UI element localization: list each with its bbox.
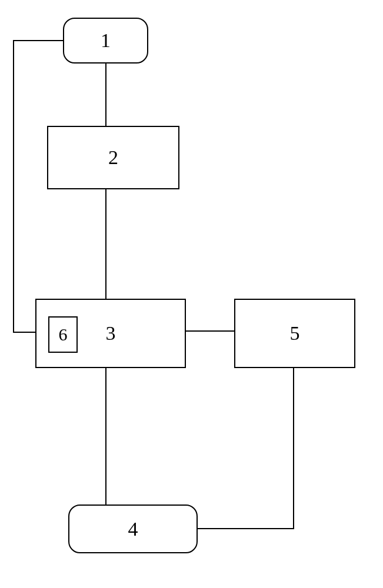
block-1: 1	[63, 18, 148, 64]
connector-1-3-h2	[13, 332, 35, 333]
connector-1-3-h1	[13, 40, 63, 41]
connector-2-3	[105, 189, 106, 299]
block-3: 3 6	[35, 299, 186, 368]
block-6: 6	[48, 316, 78, 353]
connector-1-3-v	[13, 40, 14, 333]
block-2: 2	[47, 126, 179, 189]
connector-1-2	[105, 64, 106, 126]
block-2-label: 2	[108, 146, 118, 169]
block-3-label: 3	[106, 322, 116, 345]
connector-3-5	[186, 330, 234, 332]
block-4: 4	[68, 505, 198, 553]
connector-5-4-h	[198, 528, 294, 529]
block-1-label: 1	[101, 29, 111, 52]
block-4-label: 4	[128, 518, 138, 540]
connector-5-4-v	[293, 368, 294, 528]
block-5-label: 5	[290, 322, 300, 345]
connector-3-4	[105, 368, 106, 505]
block-5: 5	[234, 299, 355, 368]
block-6-label: 6	[59, 325, 68, 345]
